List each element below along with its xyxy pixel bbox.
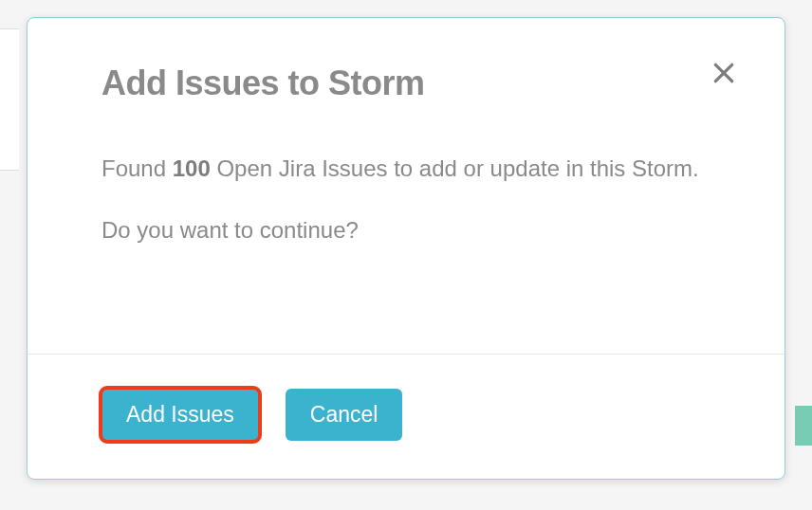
background-accent — [795, 406, 812, 446]
message-prefix: Found — [102, 155, 173, 181]
close-icon — [711, 61, 736, 85]
modal-title: Add Issues to Storm — [102, 64, 710, 103]
cancel-button[interactable]: Cancel — [286, 389, 403, 441]
modal-footer: Add Issues Cancel — [28, 354, 784, 479]
add-issues-modal: Add Issues to Storm Found 100 Open Jira … — [27, 17, 785, 480]
confirm-prompt: Do you want to continue? — [102, 212, 710, 247]
add-issues-button[interactable]: Add Issues — [102, 389, 259, 441]
modal-body: Add Issues to Storm Found 100 Open Jira … — [28, 18, 784, 354]
close-button[interactable] — [709, 58, 739, 88]
background-panel — [0, 28, 19, 171]
issue-count: 100 — [173, 155, 211, 181]
found-issues-message: Found 100 Open Jira Issues to add or upd… — [102, 151, 710, 186]
message-suffix: Open Jira Issues to add or update in thi… — [211, 155, 699, 181]
